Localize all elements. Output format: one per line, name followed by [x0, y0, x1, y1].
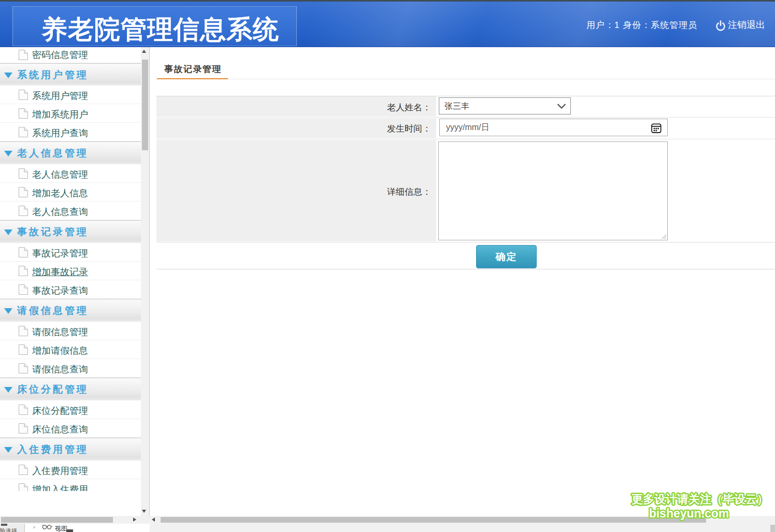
svg-text:更多设计请关注（毕设云）: 更多设计请关注（毕设云）: [632, 493, 768, 506]
svg-text:bisheyun.com: bisheyun.com: [649, 507, 729, 520]
